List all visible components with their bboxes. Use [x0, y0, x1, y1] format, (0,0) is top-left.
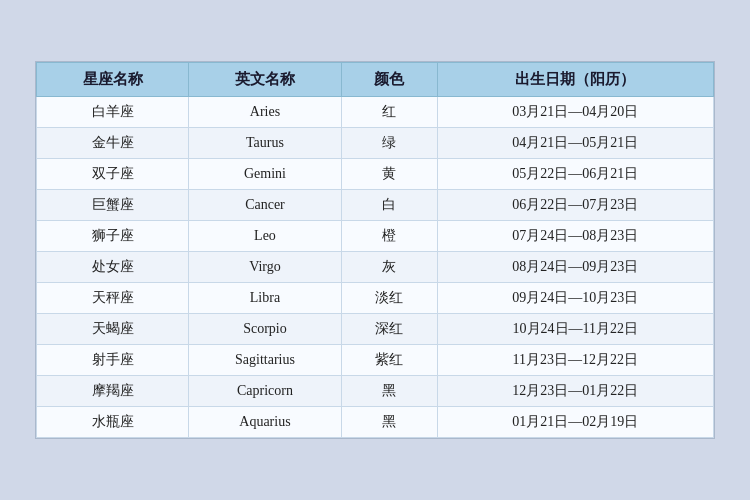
table-body: 白羊座Aries红03月21日—04月20日金牛座Taurus绿04月21日—0… [37, 97, 714, 438]
cell-row10-col2: 黑 [341, 407, 437, 438]
cell-row3-col1: Cancer [189, 190, 341, 221]
cell-row7-col2: 深红 [341, 314, 437, 345]
table-row: 处女座Virgo灰08月24日—09月23日 [37, 252, 714, 283]
cell-row6-col0: 天秤座 [37, 283, 189, 314]
cell-row5-col0: 处女座 [37, 252, 189, 283]
cell-row6-col1: Libra [189, 283, 341, 314]
cell-row4-col3: 07月24日—08月23日 [437, 221, 713, 252]
cell-row9-col2: 黑 [341, 376, 437, 407]
header-chinese-name: 星座名称 [37, 63, 189, 97]
table-row: 巨蟹座Cancer白06月22日—07月23日 [37, 190, 714, 221]
cell-row9-col3: 12月23日—01月22日 [437, 376, 713, 407]
cell-row3-col3: 06月22日—07月23日 [437, 190, 713, 221]
cell-row10-col0: 水瓶座 [37, 407, 189, 438]
cell-row9-col0: 摩羯座 [37, 376, 189, 407]
header-color: 颜色 [341, 63, 437, 97]
zodiac-table-container: 星座名称 英文名称 颜色 出生日期（阳历） 白羊座Aries红03月21日—04… [35, 61, 715, 439]
cell-row5-col2: 灰 [341, 252, 437, 283]
cell-row0-col0: 白羊座 [37, 97, 189, 128]
table-row: 水瓶座Aquarius黑01月21日—02月19日 [37, 407, 714, 438]
cell-row3-col0: 巨蟹座 [37, 190, 189, 221]
cell-row4-col0: 狮子座 [37, 221, 189, 252]
cell-row10-col1: Aquarius [189, 407, 341, 438]
cell-row5-col3: 08月24日—09月23日 [437, 252, 713, 283]
cell-row1-col2: 绿 [341, 128, 437, 159]
cell-row2-col0: 双子座 [37, 159, 189, 190]
table-row: 射手座Sagittarius紫红11月23日—12月22日 [37, 345, 714, 376]
cell-row0-col2: 红 [341, 97, 437, 128]
table-row: 狮子座Leo橙07月24日—08月23日 [37, 221, 714, 252]
header-birth-date: 出生日期（阳历） [437, 63, 713, 97]
table-row: 天蝎座Scorpio深红10月24日—11月22日 [37, 314, 714, 345]
cell-row8-col1: Sagittarius [189, 345, 341, 376]
header-english-name: 英文名称 [189, 63, 341, 97]
cell-row6-col2: 淡红 [341, 283, 437, 314]
cell-row0-col3: 03月21日—04月20日 [437, 97, 713, 128]
table-row: 双子座Gemini黄05月22日—06月21日 [37, 159, 714, 190]
cell-row2-col2: 黄 [341, 159, 437, 190]
cell-row3-col2: 白 [341, 190, 437, 221]
cell-row8-col2: 紫红 [341, 345, 437, 376]
cell-row6-col3: 09月24日—10月23日 [437, 283, 713, 314]
cell-row4-col1: Leo [189, 221, 341, 252]
table-row: 天秤座Libra淡红09月24日—10月23日 [37, 283, 714, 314]
cell-row5-col1: Virgo [189, 252, 341, 283]
cell-row2-col1: Gemini [189, 159, 341, 190]
cell-row8-col0: 射手座 [37, 345, 189, 376]
table-row: 金牛座Taurus绿04月21日—05月21日 [37, 128, 714, 159]
cell-row4-col2: 橙 [341, 221, 437, 252]
cell-row1-col3: 04月21日—05月21日 [437, 128, 713, 159]
cell-row7-col0: 天蝎座 [37, 314, 189, 345]
cell-row10-col3: 01月21日—02月19日 [437, 407, 713, 438]
cell-row8-col3: 11月23日—12月22日 [437, 345, 713, 376]
cell-row1-col1: Taurus [189, 128, 341, 159]
zodiac-table: 星座名称 英文名称 颜色 出生日期（阳历） 白羊座Aries红03月21日—04… [36, 62, 714, 438]
table-header-row: 星座名称 英文名称 颜色 出生日期（阳历） [37, 63, 714, 97]
table-row: 白羊座Aries红03月21日—04月20日 [37, 97, 714, 128]
cell-row2-col3: 05月22日—06月21日 [437, 159, 713, 190]
table-row: 摩羯座Capricorn黑12月23日—01月22日 [37, 376, 714, 407]
cell-row1-col0: 金牛座 [37, 128, 189, 159]
cell-row0-col1: Aries [189, 97, 341, 128]
cell-row9-col1: Capricorn [189, 376, 341, 407]
cell-row7-col1: Scorpio [189, 314, 341, 345]
cell-row7-col3: 10月24日—11月22日 [437, 314, 713, 345]
